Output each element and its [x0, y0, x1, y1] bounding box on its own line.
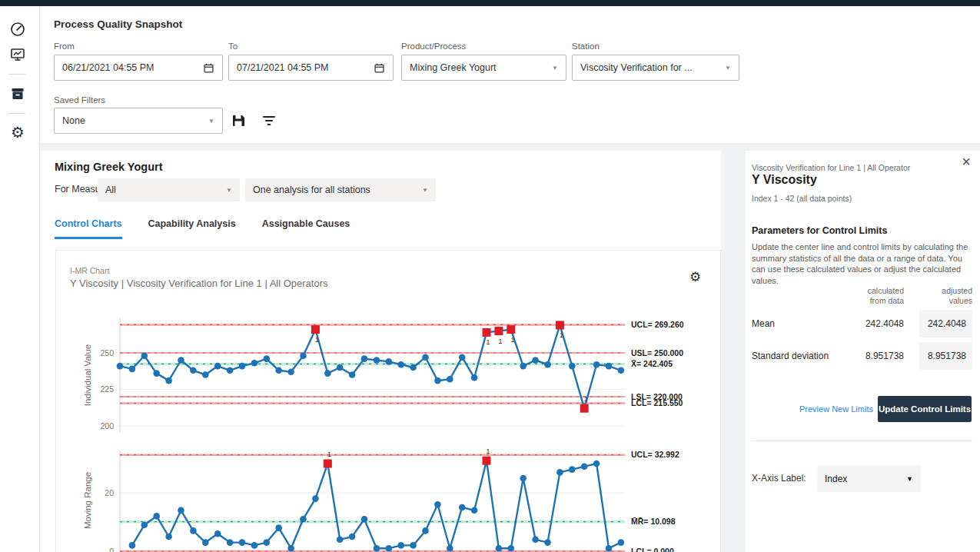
from-label: From: [54, 42, 75, 51]
svg-text:20: 20: [105, 488, 114, 497]
svg-text:1: 1: [584, 394, 588, 403]
chevron-down-icon: ▼: [725, 65, 731, 71]
params-heading: Parameters for Control Limits: [752, 225, 887, 236]
stddev-adjusted-input[interactable]: [919, 342, 972, 370]
svg-text:LCL= 215.550: LCL= 215.550: [631, 398, 683, 407]
svg-text:1: 1: [486, 447, 490, 455]
svg-text:250: 250: [100, 348, 114, 357]
saved-filters-label: Saved Filters: [54, 95, 105, 105]
saved-filters-select[interactable]: None ▼: [54, 108, 223, 134]
svg-text:Individual Value: Individual Value: [83, 344, 92, 406]
update-control-limits-button[interactable]: Update Control Limits: [878, 396, 972, 422]
table-row-mean: Mean 242.4048: [752, 310, 972, 338]
close-icon[interactable]: ×: [958, 152, 974, 171]
calculated-column-header: calculated from data: [842, 286, 904, 306]
sidebar-divider: [8, 113, 25, 114]
svg-text:1: 1: [327, 450, 331, 458]
analysis-mode-select[interactable]: One analysis for all stations ▼: [245, 178, 436, 201]
top-app-bar: [0, 0, 980, 6]
gear-icon[interactable]: ⚙: [9, 124, 26, 141]
svg-text:X̄= 242.405: X̄= 242.405: [631, 359, 673, 368]
limits-table-header: calculated from data adjusted values: [752, 286, 972, 306]
svg-text:1: 1: [486, 338, 490, 346]
archive-box-icon[interactable]: [9, 85, 26, 102]
panel-breadcrumb: Viscosity Verification for Line 1 | All …: [752, 163, 952, 172]
chevron-down-icon: ▼: [906, 475, 913, 483]
panel-title: Y Viscosity: [752, 173, 817, 187]
analysis-panel: Mixing Greek Yogurt For Measure: All ▼ O…: [40, 151, 721, 552]
mean-adjusted-input[interactable]: [919, 310, 972, 338]
params-description: Update the center line and control limit…: [752, 241, 972, 286]
svg-text:225: 225: [100, 384, 114, 394]
tab-control-charts[interactable]: Control Charts: [55, 214, 122, 239]
svg-text:0: 0: [109, 547, 114, 552]
sidebar-divider: [8, 74, 25, 75]
calendar-icon: [203, 62, 214, 74]
monitor-chart-icon[interactable]: [9, 46, 26, 63]
product-process-label: Product/Process: [401, 42, 466, 51]
filter-icon[interactable]: [261, 113, 277, 128]
svg-text:1: 1: [315, 335, 319, 344]
svg-text:Moving Range: Moving Range: [83, 472, 92, 529]
chart-title: Y Viscosity | Viscosity Verification for…: [70, 278, 328, 289]
station-select[interactable]: Viscosity Verification for ... ▼: [572, 55, 739, 81]
panel-divider: [752, 441, 972, 441]
adjusted-column-header: adjusted values: [904, 286, 972, 306]
svg-text:UCL= 32.992: UCL= 32.992: [631, 450, 679, 459]
mean-label: Mean: [752, 318, 842, 329]
station-label: Station: [572, 42, 600, 51]
chart-settings-gear-icon[interactable]: ⚙: [689, 271, 701, 284]
svg-text:LCL= 0.000: LCL= 0.000: [631, 547, 674, 552]
product-process-select[interactable]: Mixing Greek Yogurt ▼: [401, 55, 566, 81]
page-title: Process Quality Snapshot: [54, 18, 182, 30]
mean-calculated-value: 242.4048: [842, 318, 904, 329]
calendar-icon: [374, 62, 385, 74]
chevron-down-icon: ▼: [552, 65, 558, 71]
filter-section: Process Quality Snapshot From 06/21/2021…: [40, 6, 980, 143]
svg-text:1: 1: [510, 335, 514, 344]
save-filter-icon[interactable]: [231, 113, 246, 128]
control-limits-panel: × Viscosity Verification for Line 1 | Al…: [746, 151, 980, 552]
imr-chart-card: I-MR Chart Y Viscosity | Viscosity Verif…: [55, 250, 721, 552]
tab-assignable-causes[interactable]: Assignable Causes: [262, 214, 350, 239]
chart-type-label: I-MR Chart: [70, 266, 109, 275]
preview-new-limits-link[interactable]: Preview New Limits: [799, 404, 873, 414]
measure-select[interactable]: All ▼: [98, 178, 240, 201]
imr-chart[interactable]: 200225250Individual ValueUCL= 269.260USL…: [56, 308, 722, 552]
svg-text:200: 200: [100, 421, 114, 431]
gauge-icon[interactable]: [9, 21, 26, 38]
stddev-calculated-value: 8.951738: [842, 351, 904, 361]
table-row-stddev: Standard deviation 8.951738: [752, 342, 972, 370]
svg-text:1: 1: [560, 331, 563, 339]
stddev-label: Standard deviation: [752, 351, 842, 361]
svg-text:USL= 250.000: USL= 250.000: [631, 348, 683, 357]
sidebar-nav: ⚙: [0, 6, 40, 552]
tab-capability-analysis[interactable]: Capability Analysis: [148, 214, 236, 239]
xaxis-label: X-Axis Label:: [752, 473, 806, 484]
from-date-input[interactable]: 06/21/2021 04:55 PM: [54, 55, 223, 81]
to-label: To: [228, 42, 238, 51]
panel-subtitle: Index 1 - 42 (all data points): [752, 194, 852, 203]
xaxis-select[interactable]: Index ▼: [817, 466, 921, 492]
tab-bar: Control Charts Capability Analysis Assig…: [55, 214, 350, 239]
chevron-down-icon: ▼: [208, 118, 214, 125]
svg-text:UCL= 269.260: UCL= 269.260: [631, 320, 684, 329]
svg-text:1: 1: [498, 337, 502, 345]
to-date-input[interactable]: 07/21/2021 04:55 PM: [228, 55, 394, 81]
chevron-down-icon: ▼: [422, 187, 428, 194]
chevron-down-icon: ▼: [226, 187, 232, 194]
section-title: Mixing Greek Yogurt: [55, 161, 162, 173]
svg-text:M̄R̄= 10.098: M̄R̄= 10.098: [631, 517, 676, 526]
